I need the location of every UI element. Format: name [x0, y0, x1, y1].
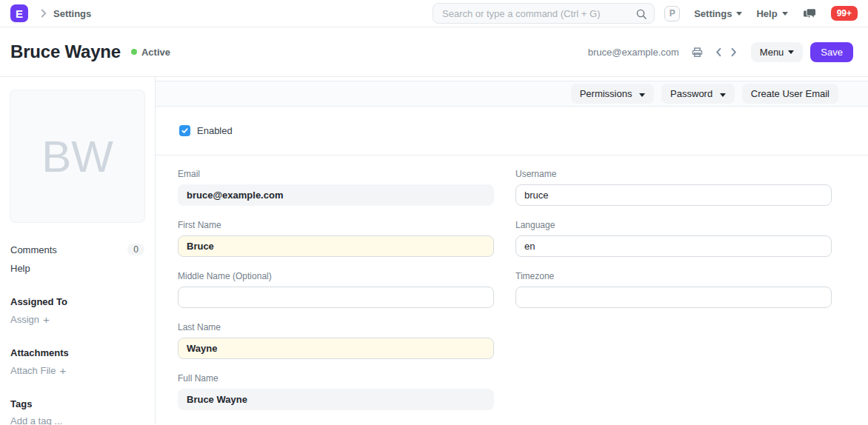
navbar: E Settings P Settings Help 99+: [0, 0, 868, 27]
attachments-section: Attachments Attach File +: [0, 344, 155, 380]
save-button[interactable]: Save: [810, 42, 853, 62]
full-name-label: Full Name: [178, 373, 494, 384]
search-input[interactable]: [433, 4, 654, 23]
settings-menu[interactable]: Settings: [694, 8, 742, 19]
page-head-actions: bruce@example.com Menu Save: [588, 42, 853, 62]
tags-section: Tags Add a tag ...: [0, 395, 155, 425]
page-head: Bruce Wayne Active bruce@example.com Men…: [0, 27, 868, 77]
menu-button[interactable]: Menu: [751, 42, 804, 62]
sidebar-item-help[interactable]: Help: [0, 259, 155, 278]
enabled-section: Enabled: [156, 107, 868, 155]
field-timezone: Timezone: [515, 271, 832, 308]
timezone-label: Timezone: [515, 271, 832, 281]
add-tag-button[interactable]: Add a tag ...: [0, 412, 155, 425]
next-document-icon[interactable]: [728, 47, 739, 58]
chevron-down-icon: [788, 50, 794, 54]
grid-spacer: [515, 322, 832, 359]
email-label: Email: [178, 169, 494, 179]
enabled-label: Enabled: [197, 125, 233, 136]
field-username: Username: [515, 169, 832, 206]
permissions-label: Permissions: [580, 88, 632, 99]
notifications-badge[interactable]: 99+: [831, 6, 858, 21]
attach-file-button[interactable]: Attach File +: [0, 361, 155, 380]
breadcrumb-chevron-icon: [37, 7, 50, 20]
help-menu[interactable]: Help: [756, 8, 787, 19]
permissions-button[interactable]: Permissions: [571, 84, 654, 104]
language-input[interactable]: [515, 235, 832, 257]
comments-count-badge: 0: [127, 244, 144, 255]
field-email: Email bruce@example.com: [178, 169, 494, 206]
global-search[interactable]: [433, 3, 655, 24]
user-avatar[interactable]: P: [664, 6, 680, 21]
print-icon[interactable]: [691, 46, 704, 58]
add-tag-label: Add a tag ...: [10, 415, 62, 425]
help-menu-label: Help: [756, 8, 777, 19]
chat-icon[interactable]: [802, 6, 817, 21]
chevron-down-icon: [639, 93, 645, 97]
field-last-name: Last Name: [178, 322, 494, 359]
field-middle-name: Middle Name (Optional): [178, 271, 494, 308]
username-label: Username: [515, 169, 832, 179]
email-value: bruce@example.com: [178, 184, 494, 206]
language-label: Language: [515, 220, 832, 230]
user-avatar-image[interactable]: BW: [10, 90, 145, 223]
attachments-title: Attachments: [0, 344, 155, 361]
first-name-label: First Name: [178, 220, 494, 230]
password-label: Password: [670, 88, 712, 99]
enabled-checkbox[interactable]: [179, 125, 190, 136]
first-name-input[interactable]: [178, 235, 494, 257]
last-name-input[interactable]: [178, 338, 494, 359]
timezone-input[interactable]: [515, 287, 832, 308]
username-input[interactable]: [515, 184, 832, 206]
form-toolbar: Permissions Password Create User Email: [156, 81, 868, 107]
chevron-down-icon: [720, 93, 726, 97]
page-body: BW Comments 0 Help Assigned To Assign + …: [0, 77, 868, 424]
app-logo[interactable]: E: [10, 4, 28, 22]
help-label: Help: [10, 263, 30, 274]
assign-button[interactable]: Assign +: [0, 310, 155, 329]
previous-document-icon[interactable]: [713, 47, 724, 58]
assigned-to-title: Assigned To: [0, 293, 155, 310]
last-name-label: Last Name: [178, 322, 494, 332]
menu-button-label: Menu: [760, 47, 784, 58]
plus-icon: +: [43, 313, 50, 326]
tags-title: Tags: [0, 395, 155, 412]
assigned-to-section: Assigned To Assign +: [0, 293, 155, 329]
attach-file-label: Attach File: [10, 365, 56, 376]
document-email: bruce@example.com: [588, 47, 679, 58]
navbar-right: P Settings Help 99+: [664, 6, 858, 21]
middle-name-input[interactable]: [178, 287, 494, 308]
comments-label: Comments: [10, 244, 57, 255]
form-main: Permissions Password Create User Email E…: [156, 77, 868, 424]
field-language: Language: [515, 220, 832, 257]
status-label: Active: [141, 47, 170, 58]
form-sidebar: BW Comments 0 Help Assigned To Assign + …: [0, 77, 156, 424]
plus-icon: +: [59, 364, 66, 377]
breadcrumb[interactable]: Settings: [53, 8, 91, 19]
password-button[interactable]: Password: [661, 84, 735, 104]
chevron-down-icon: [736, 12, 742, 16]
search-icon: [635, 8, 647, 23]
status-indicator: Active: [131, 47, 170, 58]
page-title: Bruce Wayne: [10, 41, 121, 62]
chevron-down-icon: [782, 12, 788, 16]
form-grid: Email bruce@example.com Username First N…: [156, 155, 868, 424]
create-user-email-button[interactable]: Create User Email: [742, 84, 838, 104]
assign-label: Assign: [10, 314, 39, 325]
field-first-name: First Name: [178, 220, 494, 257]
field-full-name: Full Name Bruce Wayne: [178, 373, 494, 410]
settings-menu-label: Settings: [694, 8, 732, 19]
sidebar-list: Comments 0 Help: [0, 240, 155, 278]
sidebar-item-comments[interactable]: Comments 0: [0, 240, 155, 259]
middle-name-label: Middle Name (Optional): [178, 271, 494, 281]
full-name-value: Bruce Wayne: [178, 389, 494, 410]
status-dot-icon: [131, 49, 137, 55]
